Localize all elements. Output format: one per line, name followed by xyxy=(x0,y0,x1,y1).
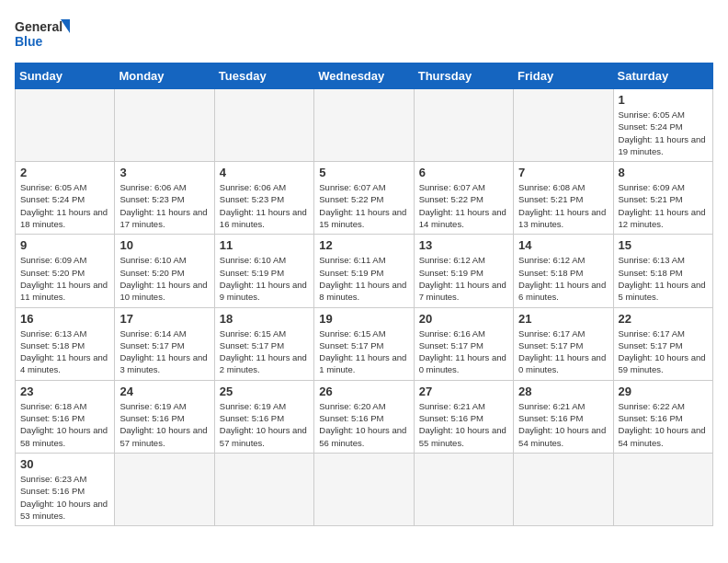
calendar-cell xyxy=(414,453,513,525)
calendar-cell: 16Sunrise: 6:13 AM Sunset: 5:18 PM Dayli… xyxy=(16,307,115,380)
day-info: Sunrise: 6:07 AM Sunset: 5:22 PM Dayligh… xyxy=(419,181,508,230)
calendar-cell xyxy=(414,89,513,162)
calendar-cell: 23Sunrise: 6:18 AM Sunset: 5:16 PM Dayli… xyxy=(16,380,115,453)
calendar-cell: 21Sunrise: 6:17 AM Sunset: 5:17 PM Dayli… xyxy=(514,307,613,380)
day-number: 23 xyxy=(20,385,109,398)
calendar-cell: 20Sunrise: 6:16 AM Sunset: 5:17 PM Dayli… xyxy=(414,307,513,380)
calendar-cell: 29Sunrise: 6:22 AM Sunset: 5:16 PM Dayli… xyxy=(613,380,712,453)
day-info: Sunrise: 6:15 AM Sunset: 5:17 PM Dayligh… xyxy=(319,327,408,376)
calendar-cell: 26Sunrise: 6:20 AM Sunset: 5:16 PM Dayli… xyxy=(314,380,414,453)
day-number: 24 xyxy=(119,385,209,398)
day-info: Sunrise: 6:19 AM Sunset: 5:16 PM Dayligh… xyxy=(220,400,309,449)
logo-svg: General Blue xyxy=(15,15,70,52)
day-info: Sunrise: 6:05 AM Sunset: 5:24 PM Dayligh… xyxy=(20,181,109,230)
day-number: 27 xyxy=(419,385,508,398)
column-header-sunday: Sunday xyxy=(16,63,115,89)
calendar-cell: 3Sunrise: 6:06 AM Sunset: 5:23 PM Daylig… xyxy=(115,162,214,235)
day-number: 6 xyxy=(419,166,508,179)
day-number: 20 xyxy=(419,312,508,326)
day-number: 12 xyxy=(319,238,408,252)
day-info: Sunrise: 6:12 AM Sunset: 5:19 PM Dayligh… xyxy=(419,254,508,303)
day-info: Sunrise: 6:12 AM Sunset: 5:18 PM Dayligh… xyxy=(518,254,608,303)
day-number: 11 xyxy=(220,238,309,252)
day-info: Sunrise: 6:17 AM Sunset: 5:17 PM Dayligh… xyxy=(518,327,608,376)
column-header-monday: Monday xyxy=(115,63,214,89)
day-info: Sunrise: 6:08 AM Sunset: 5:21 PM Dayligh… xyxy=(518,181,608,230)
day-number: 18 xyxy=(220,312,309,326)
day-info: Sunrise: 6:11 AM Sunset: 5:19 PM Dayligh… xyxy=(319,254,408,303)
day-info: Sunrise: 6:23 AM Sunset: 5:16 PM Dayligh… xyxy=(20,473,109,522)
column-header-tuesday: Tuesday xyxy=(214,63,313,89)
day-info: Sunrise: 6:06 AM Sunset: 5:23 PM Dayligh… xyxy=(119,181,209,230)
calendar-cell: 11Sunrise: 6:10 AM Sunset: 5:19 PM Dayli… xyxy=(214,235,313,307)
day-info: Sunrise: 6:18 AM Sunset: 5:16 PM Dayligh… xyxy=(20,400,109,449)
column-header-saturday: Saturday xyxy=(613,63,712,89)
day-number: 1 xyxy=(619,93,708,107)
day-info: Sunrise: 6:06 AM Sunset: 5:23 PM Dayligh… xyxy=(220,181,309,230)
column-header-wednesday: Wednesday xyxy=(314,63,414,89)
calendar-cell: 5Sunrise: 6:07 AM Sunset: 5:22 PM Daylig… xyxy=(314,162,414,235)
day-info: Sunrise: 6:16 AM Sunset: 5:17 PM Dayligh… xyxy=(419,327,508,376)
calendar-cell: 10Sunrise: 6:10 AM Sunset: 5:20 PM Dayli… xyxy=(115,235,214,307)
day-info: Sunrise: 6:05 AM Sunset: 5:24 PM Dayligh… xyxy=(619,109,708,157)
day-number: 3 xyxy=(119,166,209,179)
calendar-cell xyxy=(115,453,214,525)
day-info: Sunrise: 6:21 AM Sunset: 5:16 PM Dayligh… xyxy=(419,400,508,449)
day-number: 25 xyxy=(220,385,309,398)
day-info: Sunrise: 6:14 AM Sunset: 5:17 PM Dayligh… xyxy=(119,327,209,376)
day-info: Sunrise: 6:20 AM Sunset: 5:16 PM Dayligh… xyxy=(319,400,408,449)
calendar-cell: 14Sunrise: 6:12 AM Sunset: 5:18 PM Dayli… xyxy=(514,235,613,307)
day-number: 7 xyxy=(518,166,608,179)
day-info: Sunrise: 6:15 AM Sunset: 5:17 PM Dayligh… xyxy=(220,327,309,376)
svg-text:Blue: Blue xyxy=(15,34,43,49)
calendar-table: SundayMondayTuesdayWednesdayThursdayFrid… xyxy=(15,63,713,526)
day-info: Sunrise: 6:21 AM Sunset: 5:16 PM Dayligh… xyxy=(518,400,608,449)
calendar-cell: 12Sunrise: 6:11 AM Sunset: 5:19 PM Dayli… xyxy=(314,235,414,307)
day-number: 16 xyxy=(20,312,109,326)
calendar-cell: 13Sunrise: 6:12 AM Sunset: 5:19 PM Dayli… xyxy=(414,235,513,307)
calendar-cell xyxy=(314,89,414,162)
day-info: Sunrise: 6:17 AM Sunset: 5:17 PM Dayligh… xyxy=(619,327,708,376)
calendar-cell xyxy=(514,453,613,525)
calendar-cell: 17Sunrise: 6:14 AM Sunset: 5:17 PM Dayli… xyxy=(115,307,214,380)
day-number: 14 xyxy=(518,238,608,252)
day-number: 2 xyxy=(20,166,109,179)
day-info: Sunrise: 6:10 AM Sunset: 5:20 PM Dayligh… xyxy=(119,254,209,303)
calendar-cell: 19Sunrise: 6:15 AM Sunset: 5:17 PM Dayli… xyxy=(314,307,414,380)
day-number: 28 xyxy=(518,385,608,398)
svg-text:General: General xyxy=(15,19,63,34)
day-number: 19 xyxy=(319,312,408,326)
day-info: Sunrise: 6:07 AM Sunset: 5:22 PM Dayligh… xyxy=(319,181,408,230)
day-number: 21 xyxy=(518,312,608,326)
day-info: Sunrise: 6:13 AM Sunset: 5:18 PM Dayligh… xyxy=(20,327,109,376)
calendar-cell: 30Sunrise: 6:23 AM Sunset: 5:16 PM Dayli… xyxy=(16,453,115,525)
day-number: 15 xyxy=(619,238,708,252)
calendar-header-row: SundayMondayTuesdayWednesdayThursdayFrid… xyxy=(16,63,713,89)
calendar-cell xyxy=(613,453,712,525)
calendar-cell xyxy=(214,453,313,525)
calendar-cell: 22Sunrise: 6:17 AM Sunset: 5:17 PM Dayli… xyxy=(613,307,712,380)
day-info: Sunrise: 6:09 AM Sunset: 5:20 PM Dayligh… xyxy=(20,254,109,303)
calendar-cell: 8Sunrise: 6:09 AM Sunset: 5:21 PM Daylig… xyxy=(613,162,712,235)
calendar-cell: 25Sunrise: 6:19 AM Sunset: 5:16 PM Dayli… xyxy=(214,380,313,453)
column-header-friday: Friday xyxy=(514,63,613,89)
calendar-cell: 1Sunrise: 6:05 AM Sunset: 5:24 PM Daylig… xyxy=(613,89,712,162)
calendar-cell xyxy=(514,89,613,162)
day-number: 29 xyxy=(619,385,708,398)
day-number: 5 xyxy=(319,166,408,179)
calendar-cell: 7Sunrise: 6:08 AM Sunset: 5:21 PM Daylig… xyxy=(514,162,613,235)
day-number: 26 xyxy=(319,385,408,398)
calendar-cell: 9Sunrise: 6:09 AM Sunset: 5:20 PM Daylig… xyxy=(16,235,115,307)
page-header: General Blue xyxy=(15,15,713,52)
day-number: 30 xyxy=(20,457,109,471)
logo: General Blue xyxy=(15,15,70,52)
calendar-cell: 15Sunrise: 6:13 AM Sunset: 5:18 PM Dayli… xyxy=(613,235,712,307)
day-number: 9 xyxy=(20,238,109,252)
day-info: Sunrise: 6:22 AM Sunset: 5:16 PM Dayligh… xyxy=(619,400,708,449)
calendar-cell: 2Sunrise: 6:05 AM Sunset: 5:24 PM Daylig… xyxy=(16,162,115,235)
day-info: Sunrise: 6:19 AM Sunset: 5:16 PM Dayligh… xyxy=(119,400,209,449)
day-number: 22 xyxy=(619,312,708,326)
calendar-cell: 27Sunrise: 6:21 AM Sunset: 5:16 PM Dayli… xyxy=(414,380,513,453)
day-info: Sunrise: 6:09 AM Sunset: 5:21 PM Dayligh… xyxy=(619,181,708,230)
day-number: 10 xyxy=(119,238,209,252)
